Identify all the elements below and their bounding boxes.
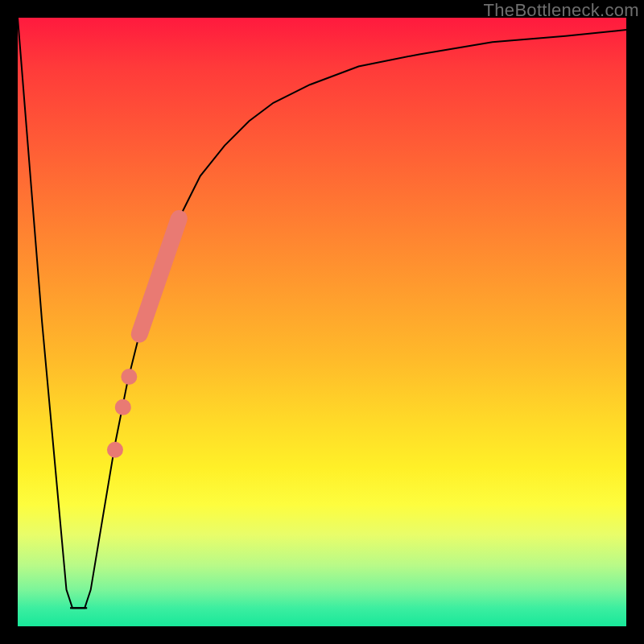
curve-path — [18, 18, 626, 608]
plot-area — [18, 18, 626, 626]
marker-dot-1 — [115, 399, 131, 415]
bottleneck-curve — [18, 18, 626, 608]
marker-dot-0 — [121, 369, 137, 385]
chart-frame: TheBottleneck.com — [0, 0, 644, 644]
attribution-label: TheBottleneck.com — [484, 0, 639, 21]
marker-dot-2 — [107, 442, 123, 458]
marker-group — [107, 218, 179, 457]
chart-svg — [18, 18, 626, 626]
marker-bar — [139, 218, 179, 334]
